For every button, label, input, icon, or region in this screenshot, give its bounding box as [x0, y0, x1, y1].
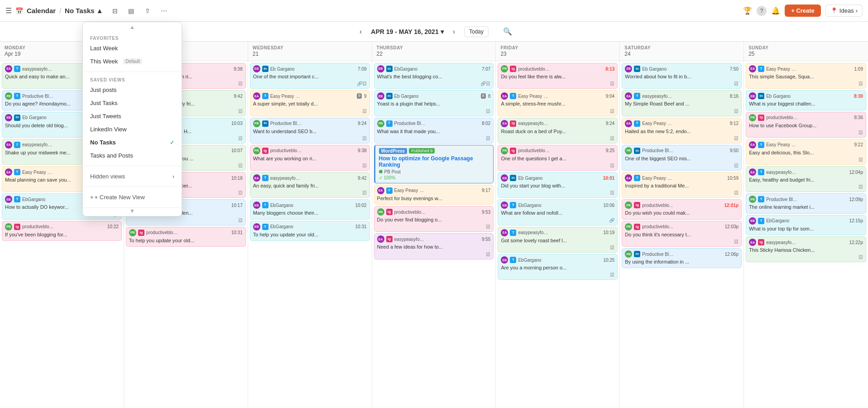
card-user: EB in Eb Gargano [749, 92, 791, 100]
calendar-card[interactable]: EA T Easy Peasy Foodie 9:22 Easy and del… [746, 139, 866, 165]
calendar-card[interactable]: EA T easypeasyfoodie 10:19 Got some love… [498, 227, 618, 253]
in-platform-icon: in [262, 66, 269, 72]
calendar-card[interactable]: EA T Easy Peasy Foodie 9 9 A super simpl… [250, 90, 370, 116]
calendar-card[interactable]: EA T Easy Peasy Foodie 10:59 Inspired by… [622, 172, 742, 198]
calendar-card[interactable]: EB in Eb Gargano 10:01 Did you start you… [498, 172, 618, 198]
ideas-arrow-icon: › [856, 7, 858, 14]
calendar-card[interactable]: PR in Productive Blog... 12:06p By using… [622, 248, 742, 268]
create-button[interactable]: + Create [785, 5, 821, 17]
calendar-card[interactable]: EA T easypeasyfoodie 8:16 My Simple Roas… [622, 90, 742, 116]
hidden-views-item[interactable]: Hidden views › [83, 170, 182, 183]
prev-arrow[interactable]: ‹ [356, 26, 365, 38]
calendar-card[interactable]: EB T EbGargano 10:02 Many bloggers choos… [250, 199, 370, 219]
filter-btn[interactable]: ⊟ [109, 5, 121, 17]
calendar-card[interactable]: PR in Productive Blogging 9:50 One of th… [622, 145, 742, 171]
calendar-card[interactable]: EB T EbGargano 10:25 Are you a morning p… [498, 254, 618, 280]
card-footer: 🖼 [749, 157, 863, 163]
card-text: What are you working on ri... [253, 155, 367, 162]
calendar-card[interactable]: EB in EbGargano 7:07 What's the best blo… [374, 63, 494, 89]
avatar: EB [5, 196, 12, 203]
today-button[interactable]: Today [464, 26, 489, 37]
calendar-card[interactable]: EA T Easy Peasy Foodie 9:17 Perfect for … [374, 185, 494, 205]
calendar-card[interactable]: PR ig productiveblogging 9:38 What are y… [250, 145, 370, 171]
calendar-card[interactable]: EA T Easy Peasy Foodie 9:12 Hailed as th… [622, 118, 742, 144]
bell-icon[interactable]: 🔔 [771, 6, 780, 15]
just-tweets-item[interactable]: Just Tweets [83, 110, 182, 123]
calendar-card[interactable]: WordPress Published 9 How to optimize fo… [374, 145, 494, 183]
just-tasks-item[interactable]: Just Tasks [83, 96, 182, 110]
username: EbGargano [394, 66, 417, 72]
username: Easy Peasy Foodie [394, 187, 426, 193]
image-icon: 🖼 [362, 190, 367, 196]
calendar-card[interactable]: EB T EbGargano 10:31 To help you update … [250, 221, 370, 241]
col-date: 21 [253, 51, 367, 57]
calendar-card[interactable]: EA T Easy Peasy Foodie 1:09 This simple … [746, 63, 866, 89]
calendar-card[interactable]: EA T Easy Peasy Foodie 9:04 A simple, st… [498, 90, 618, 116]
calendar-card[interactable]: EA ig easypeasyfoodie 9:55 Need a few id… [374, 233, 494, 259]
last-week-item[interactable]: Last Week [83, 42, 182, 55]
calendar-card[interactable]: PR in Productive Blogging 9:24 Want to u… [250, 118, 370, 144]
username: productiveblogging [22, 224, 54, 230]
view-name[interactable]: No Tasks ▲ [65, 7, 103, 14]
calendar-card[interactable]: EA T easypeasyfoodie 12:04p Easy, health… [746, 166, 866, 192]
trophy-icon[interactable]: 🏆 [743, 6, 752, 15]
ig-platform-icon: ig [634, 202, 640, 208]
ideas-button[interactable]: 📍 Ideas › [825, 5, 863, 17]
card-time: 7:09 [358, 66, 366, 72]
card-time: 12:03p [725, 224, 739, 230]
calendar-card[interactable]: PR ig productiveblogging 10:31 To help y… [126, 227, 246, 247]
username: Productive Blog... [642, 251, 674, 257]
calendar-card[interactable]: PR ig productiveblogging 9:53 Do you eve… [374, 206, 494, 232]
topbar-icons: ⊟ ▤ ⇧ ⋯ [109, 5, 170, 17]
help-icon[interactable]: ? [757, 6, 767, 16]
calendar-card[interactable]: EA ig easypeasyfoodie 9:24 Roast duck on… [498, 118, 618, 144]
calendar-card[interactable]: PR T Productive Blogging 8:02 What was i… [374, 118, 494, 144]
tasks-posts-item[interactable]: Tasks and Posts [83, 149, 182, 162]
calendar-card[interactable]: EB in Eb Gargano 8:30 What is your bigge… [746, 90, 866, 110]
card-footer: 🖼 [625, 108, 739, 114]
calendar-card[interactable]: EB T EbGargano 10:06 What are follow and… [498, 199, 618, 225]
layout-btn[interactable]: ▤ [125, 5, 138, 17]
calendar-card[interactable]: PR ig productiveblogging 12:03p Do you t… [622, 221, 742, 247]
calendar-card[interactable]: PR ig productiveblogging 12:01p Do you w… [622, 199, 742, 219]
no-tasks-item[interactable]: No Tasks ✓ [83, 136, 182, 149]
linkedin-view-item[interactable]: LinkedIn View [83, 123, 182, 136]
share-btn[interactable]: ⇧ [141, 5, 154, 17]
wp-progress: ✓ 100% [379, 175, 490, 180]
col-day-name: SATURDAY [624, 45, 739, 50]
card-time: 12:22p [849, 240, 863, 245]
calendar-card[interactable]: EA T easypeasyfoodie 9:42 An easy, quick… [250, 172, 370, 198]
calendar-card[interactable]: EB in Eb Gargano 7:09 One of the most im… [250, 63, 370, 89]
image-icon: 🖼 [362, 135, 367, 141]
menu-icon[interactable]: ☰ [5, 6, 12, 15]
card-header: PR ig productiveblogging 8:36 [749, 114, 863, 121]
calendar-card[interactable]: EB in Eb Gargano 7:50 Worried about how … [622, 63, 742, 89]
date-range[interactable]: APR 19 - MAY 16, 2021 ▾ [371, 28, 443, 35]
card-time: 8:13 [605, 66, 614, 72]
card-time: 7:07 [482, 66, 490, 72]
calendar-card[interactable]: EB in Eb Gargano 8 8 Yoast is a plugin t… [374, 90, 494, 116]
calendar-card[interactable]: PR ig productiveblogging 9:25 One of the… [498, 145, 618, 171]
create-new-view-item[interactable]: + + Create New View [83, 191, 182, 204]
avatar: PR [129, 229, 136, 236]
just-posts-item[interactable]: Just posts [83, 83, 182, 96]
next-arrow[interactable]: › [449, 26, 459, 38]
calendar-card[interactable]: EA ig easypeasyfoodie 12:22p This Sticky… [746, 236, 866, 262]
card-user: EA T easypeasyfoodie [749, 168, 798, 176]
this-week-item[interactable]: This Week Default [83, 55, 182, 68]
card-user: PR ig productiveblogging [253, 147, 302, 154]
calendar-column-5: SATURDAY 24 EB in Eb Gargano 7:50 Worrie… [620, 42, 744, 408]
calendar-card[interactable]: PR ig productiveblogging 8:36 How to use… [746, 112, 866, 138]
calendar-card[interactable]: PR T Productive Blogging 12:09p The onli… [746, 193, 866, 213]
image-icon: 🖼 [734, 108, 739, 114]
calendar-card[interactable]: PR ig productiveblogging 8:13 Do you fee… [498, 63, 618, 89]
username: productiveblogging [518, 66, 550, 72]
in-platform-icon: in [634, 66, 640, 72]
card-footer: 🖼 [501, 163, 614, 168]
search-icon[interactable]: 🔍 [503, 27, 512, 36]
calendar-card[interactable]: PR ig productiveblogging 10:22 If you've… [2, 221, 122, 241]
avatar: EA [253, 92, 260, 100]
calendar-card[interactable]: EB T EbGargano 12:15p What is your top t… [746, 215, 866, 235]
image-icon: 🖼 [610, 163, 614, 168]
more-btn[interactable]: ⋯ [158, 5, 170, 17]
